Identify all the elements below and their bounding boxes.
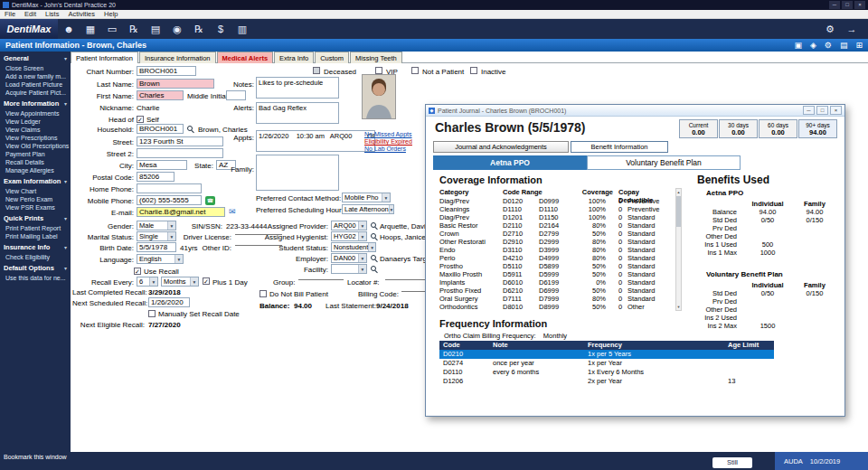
hygienist-search-icon[interactable]: [371, 233, 376, 239]
do-not-bill-checkbox[interactable]: [259, 290, 267, 297]
frequency-row[interactable]: D0274 once per year 1x per Year: [439, 359, 774, 368]
coverage-row[interactable]: Implants D6010 D6199 0% 0 Standard: [439, 278, 675, 287]
recall-unit-select[interactable]: Months▾: [161, 277, 199, 287]
next-scheduled-recall-input[interactable]: 1/26/2020: [148, 297, 190, 307]
sidebar-section-default-options[interactable]: Default Options▾: [0, 261, 71, 274]
close-button[interactable]: ×: [854, 1, 865, 9]
sidebar-item[interactable]: Print Patient Report: [0, 224, 71, 232]
alerts-icon[interactable]: ◈: [810, 41, 816, 50]
tab-missing-teeth[interactable]: Missing Teeth: [350, 52, 402, 63]
coverage-row[interactable]: Basic Restor D2110 D2164 80% 0 Standard: [439, 221, 675, 230]
patient-photo[interactable]: [362, 74, 396, 119]
inactive-checkbox[interactable]: [470, 67, 477, 74]
tab-benefit-information[interactable]: Benefit Information: [571, 141, 668, 153]
sidebar-section-more-information[interactable]: More Information▾: [0, 97, 71, 109]
sidebar-item[interactable]: View Chart: [0, 187, 71, 195]
sidebar-item[interactable]: View Prescriptions: [0, 134, 71, 142]
street2-input[interactable]: [137, 148, 223, 158]
sidebar-item[interactable]: Recall Details: [0, 158, 71, 166]
menu-item[interactable]: Lists: [41, 10, 63, 18]
middle-initial-input[interactable]: [226, 90, 246, 100]
employer-select[interactable]: DAN00▾: [331, 253, 367, 263]
group-input[interactable]: [298, 271, 344, 280]
text-message-icon[interactable]: ☎: [205, 196, 215, 205]
maximize-button[interactable]: □: [842, 1, 853, 9]
ledger-icon[interactable]: ▥: [231, 24, 253, 35]
menu-item[interactable]: File: [0, 10, 20, 18]
assigned-provider-select[interactable]: ARQ00▾: [331, 221, 367, 230]
sidebar-item[interactable]: Manage Allergies: [0, 166, 71, 174]
coverage-row[interactable]: Perio D4210 D4999 80% 0 Standard: [439, 254, 675, 262]
coverage-row[interactable]: Oral Surgery D7111 D7999 80% 0 Standard: [439, 295, 675, 303]
journal-minimize-button[interactable]: ─: [803, 106, 815, 115]
eligibility-expired-link[interactable]: Eligibility Expired: [364, 138, 412, 145]
coverage-row[interactable]: Prostho D5110 D5899 50% 0 Standard: [439, 262, 675, 270]
preferred-contact-select[interactable]: Mobile Pho▾: [342, 193, 391, 202]
employer-search-icon[interactable]: [371, 255, 376, 260]
tab-extra-info[interactable]: Extra Info: [274, 52, 314, 63]
scroll-down-icon[interactable]: ▼: [676, 304, 681, 310]
forms-icon[interactable]: ▤: [145, 24, 166, 35]
birth-date-input[interactable]: 5/5/1978: [137, 242, 176, 252]
facility-search-icon[interactable]: [371, 266, 376, 271]
plus-1-day-checkbox[interactable]: ✓: [203, 277, 210, 285]
deceased-checkbox[interactable]: [313, 67, 320, 74]
billing-icon[interactable]: $: [210, 24, 231, 34]
coverage-row[interactable]: Diag/Prev D1201 D1150 100% 0 Standard: [439, 213, 675, 221]
frequency-row[interactable]: D1206 2x per Year 13: [439, 377, 774, 386]
coverage-row[interactable]: Cleanings D1110 D1110 100% 0 Preventive: [439, 205, 675, 213]
coverage-row[interactable]: Crown D2710 D2799 50% 0 Standard: [439, 230, 675, 238]
not-a-patient-checkbox[interactable]: [411, 67, 419, 74]
tab-journal-acknowledgments[interactable]: Journal and Acknowledgments: [433, 141, 569, 153]
menu-item[interactable]: Help: [99, 10, 122, 18]
coverage-row[interactable]: Orthodontics D8010 D8999 50% 0 Other: [439, 303, 675, 311]
marital-status-select[interactable]: Single▾: [137, 231, 176, 241]
sidebar-item[interactable]: Acquire Patient Pict...: [0, 89, 71, 97]
exit-icon[interactable]: →: [841, 24, 863, 35]
no-lab-orders-link[interactable]: No Lab Orders: [364, 146, 406, 152]
tab-insurance-information[interactable]: Insurance Information: [139, 52, 216, 63]
appts-list[interactable]: 1/26/2020 10:30 am ARQ00 OP003: [256, 130, 375, 152]
vip-checkbox[interactable]: [375, 67, 382, 74]
alerts-textarea[interactable]: Bad Gag Reflex: [256, 102, 339, 124]
postal-code-input[interactable]: 85206: [137, 172, 175, 182]
sidebar-section-exam-information[interactable]: Exam Information▾: [0, 174, 71, 187]
coverage-scrollbar[interactable]: ▲ ▼: [675, 188, 682, 311]
tab-custom[interactable]: Custom: [315, 52, 349, 63]
rx-icon[interactable]: ℞: [188, 24, 210, 35]
tab-medical-alerts[interactable]: Medical Alerts: [217, 52, 274, 63]
journal-close-button[interactable]: ×: [830, 106, 842, 115]
print-icon[interactable]: ▤: [840, 41, 848, 50]
tab-voluntary-benefit-plan[interactable]: Voluntary Benefit Plan: [587, 155, 741, 170]
sidebar-item[interactable]: View Ledger: [0, 118, 71, 126]
language-select[interactable]: English▾: [137, 254, 184, 264]
household-search-icon[interactable]: [187, 126, 193, 131]
sidebar-section-insurance-info[interactable]: Insurance Info▾: [0, 240, 71, 253]
patient-icon[interactable]: ☻: [58, 24, 80, 34]
sidebar-item[interactable]: Close Screen: [0, 64, 71, 72]
manual-recall-checkbox[interactable]: [148, 310, 156, 317]
print-settings-icon[interactable]: ⚙: [825, 41, 832, 50]
journal-maximize-button[interactable]: □: [816, 106, 828, 115]
email-input[interactable]: Charlie.B@gmail.net: [137, 207, 225, 217]
city-input[interactable]: Mesa: [137, 160, 187, 170]
last-name-input[interactable]: Brown: [137, 79, 214, 89]
sidebar-item[interactable]: Check Eligibility: [0, 253, 71, 261]
frequency-row[interactable]: D0210 1x per 5 Years: [439, 350, 774, 359]
notes-textarea[interactable]: Likes to pre-schedule: [256, 77, 339, 99]
coverage-row[interactable]: Diag/Prev D0120 D0999 100% 0 Preventive: [439, 197, 675, 205]
sidebar-section-general[interactable]: General▾: [0, 52, 71, 64]
sidebar-item[interactable]: Payment Plan: [0, 150, 71, 158]
menu-item[interactable]: Activities: [63, 10, 99, 18]
no-missed-appts-link[interactable]: No Missed Appts: [364, 131, 412, 137]
scrollbar-thumb[interactable]: [676, 196, 681, 227]
tab-aetna-ppo[interactable]: Aetna PPO: [433, 155, 587, 170]
home-phone-input[interactable]: [137, 183, 202, 193]
minimize-button[interactable]: ─: [829, 1, 840, 9]
recall-every-select[interactable]: 6▾: [137, 277, 158, 287]
locator-input[interactable]: [385, 271, 427, 280]
provider-search-icon[interactable]: [371, 222, 376, 228]
scroll-up-icon[interactable]: ▲: [676, 189, 681, 195]
mobile-phone-input[interactable]: (602) 555-5555: [137, 195, 202, 205]
household-code-input[interactable]: BROCH001: [137, 124, 184, 134]
